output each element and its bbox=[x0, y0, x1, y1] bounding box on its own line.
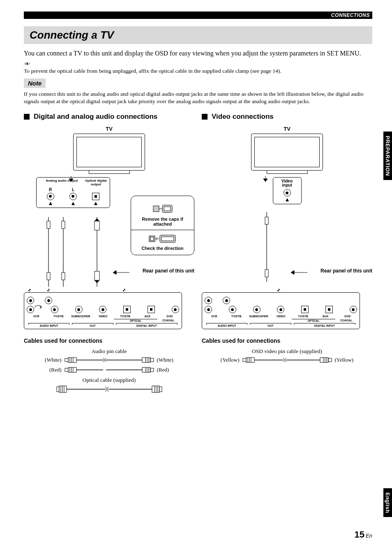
rca-jack bbox=[69, 193, 77, 200]
page-number: 15En bbox=[355, 529, 372, 540]
white-cable: (White) (White) bbox=[24, 356, 194, 364]
bracket-audio-input: AUDIO INPUT bbox=[206, 323, 247, 327]
optical-info-box: Remove the caps if attached Check the di… bbox=[131, 196, 194, 255]
r-label: R bbox=[39, 187, 62, 192]
svg-rect-4 bbox=[47, 221, 50, 229]
jack-label: TV/STB bbox=[49, 315, 68, 318]
loop-arrow-icon bbox=[32, 305, 43, 310]
bracket-out: OUT bbox=[250, 323, 291, 327]
optical-jack bbox=[123, 306, 131, 313]
rca-jack bbox=[99, 306, 106, 313]
direction-icon bbox=[148, 233, 177, 244]
jack-label: DVD bbox=[160, 315, 179, 318]
tv-icon bbox=[73, 134, 145, 174]
rear-arrows bbox=[202, 289, 360, 294]
svg-rect-42 bbox=[59, 386, 67, 392]
video-input-label: Video input bbox=[276, 179, 299, 187]
bullet-square bbox=[24, 114, 30, 120]
audio-pin-caption: Audio pin cable bbox=[24, 348, 194, 355]
jack-label: DVD bbox=[338, 315, 357, 318]
jack-label: SUBWOOFER bbox=[71, 315, 90, 318]
optical-jack bbox=[325, 306, 333, 313]
tip-text: To prevent the optical cable from being … bbox=[24, 68, 372, 74]
rca-jack bbox=[350, 306, 357, 313]
svg-rect-56 bbox=[243, 358, 246, 362]
svg-rect-67 bbox=[328, 358, 332, 362]
svg-rect-16 bbox=[161, 237, 174, 241]
svg-rect-7 bbox=[47, 272, 50, 280]
optical-jack bbox=[301, 306, 309, 313]
rca-jack bbox=[172, 306, 179, 313]
optical-cable bbox=[24, 385, 194, 393]
rear-panel-label-right: Rear panel of this unit bbox=[321, 268, 372, 274]
right-heading: Video connections bbox=[212, 113, 274, 121]
tv-label-right: TV bbox=[202, 126, 372, 132]
svg-rect-36 bbox=[142, 367, 150, 372]
jack-label: AUX bbox=[138, 315, 157, 318]
title-band: Connecting a TV bbox=[24, 26, 372, 44]
optical-sublabel: OPTICAL bbox=[130, 319, 142, 322]
svg-rect-54 bbox=[265, 217, 268, 224]
note-label: Note bbox=[24, 78, 46, 88]
tip-icon bbox=[24, 61, 372, 68]
jack-label: TV/STB bbox=[227, 315, 246, 318]
analog-output-label: Analog audio output bbox=[39, 179, 85, 187]
coaxial-sublabel: COAXIAL bbox=[162, 319, 174, 322]
rca-jack bbox=[75, 306, 83, 313]
rear-panel-right: VCR TV/STB SUBWOOFER VIDEO TV/STB AUX DV… bbox=[202, 292, 360, 329]
svg-rect-6 bbox=[95, 221, 99, 230]
rca-jack bbox=[205, 306, 212, 313]
rca-jack bbox=[51, 306, 58, 313]
arrow-up-icon bbox=[94, 202, 97, 205]
intro-text: You can connect a TV to this unit and di… bbox=[24, 49, 372, 58]
rca-jack bbox=[229, 306, 236, 313]
rca-jack bbox=[277, 306, 284, 313]
left-heading: Digital and analog audio connections bbox=[34, 113, 157, 121]
coaxial-sublabel: COAXIAL bbox=[340, 319, 352, 322]
arrow-to-jackbox bbox=[263, 176, 268, 182]
rear-panel-label-left: Rear panel of this unit bbox=[143, 268, 194, 274]
rca-jack bbox=[47, 193, 54, 200]
rca-jack bbox=[205, 297, 212, 304]
svg-rect-9 bbox=[95, 271, 99, 280]
svg-rect-28 bbox=[150, 358, 154, 362]
svg-rect-48 bbox=[152, 386, 159, 392]
jack-label: SUBWOOFER bbox=[249, 315, 268, 318]
rca-jack bbox=[284, 189, 291, 196]
cables-heading-left: Cables used for connections bbox=[24, 337, 194, 344]
jack-label: TV/STB bbox=[116, 315, 135, 318]
red-cable: (Red) (Red) bbox=[24, 366, 194, 374]
svg-rect-29 bbox=[65, 368, 68, 372]
jack-label: AUX bbox=[316, 315, 335, 318]
tv-input-jackbox: Video input bbox=[273, 177, 302, 204]
optical-jack bbox=[148, 306, 155, 313]
svg-rect-14 bbox=[150, 237, 154, 240]
arrow-up-icon bbox=[286, 198, 289, 201]
header-bar: CONNECTIONS bbox=[24, 12, 372, 19]
cables-heading-right: Cables used for connections bbox=[202, 337, 372, 344]
svg-rect-52 bbox=[159, 387, 162, 392]
rear-arrows bbox=[24, 289, 182, 294]
cable-lines bbox=[44, 217, 109, 291]
svg-rect-57 bbox=[246, 358, 254, 362]
svg-rect-41 bbox=[57, 387, 59, 392]
svg-rect-55 bbox=[265, 270, 268, 277]
bullet-square bbox=[202, 114, 208, 120]
cap-icon bbox=[152, 203, 173, 215]
remove-caps-text: Remove the caps if attached bbox=[134, 217, 191, 226]
svg-rect-30 bbox=[68, 367, 76, 372]
arrow-up-icon bbox=[71, 202, 75, 205]
right-diagram: TV Video input bbox=[202, 126, 372, 329]
rear-arrow bbox=[291, 270, 307, 275]
svg-rect-8 bbox=[62, 272, 65, 280]
svg-rect-18 bbox=[68, 358, 76, 362]
optical-output-label: Optical digital output bbox=[85, 179, 107, 187]
svg-rect-63 bbox=[320, 358, 328, 362]
optical-cable-caption: Optical cable (supplied) bbox=[24, 377, 194, 383]
svg-rect-40 bbox=[150, 368, 154, 372]
svg-point-0 bbox=[26, 63, 28, 65]
jack-label: VCR bbox=[205, 315, 224, 318]
svg-rect-5 bbox=[62, 221, 65, 229]
yellow-cable: (Yellow) (Yellow) bbox=[202, 356, 372, 364]
jack-label: VIDEO bbox=[94, 315, 113, 318]
